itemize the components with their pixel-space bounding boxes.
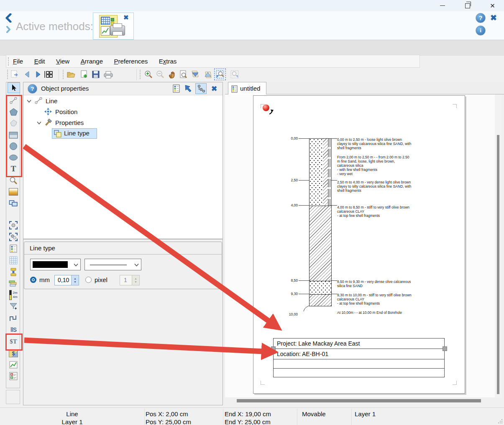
line-type-title: Line type <box>30 244 55 252</box>
new-window-button[interactable] <box>9 69 20 80</box>
menu-view[interactable]: View <box>56 58 69 65</box>
close-button[interactable]: ✕ <box>481 0 504 11</box>
resize-grip[interactable] <box>498 418 503 425</box>
select-object-tool[interactable] <box>8 220 19 230</box>
method-close-icon[interactable]: ✖ <box>123 14 129 21</box>
mm-spinner-buttons[interactable]: ▲ ▼ <box>71 275 79 285</box>
groundwater-tool[interactable] <box>8 301 19 311</box>
menu-extras[interactable]: Extras <box>159 58 177 65</box>
pick-object-button[interactable] <box>184 84 194 93</box>
vertical-scrollbar[interactable] <box>495 94 501 397</box>
line-node-icon <box>34 97 43 105</box>
select-objects-tool[interactable] <box>8 232 19 242</box>
line-style-chevron-icon <box>133 263 139 267</box>
active-methods-label: Active methods: <box>16 20 93 33</box>
layer-desc-5: 9,30 m to 10,00 m - stiff to very stiff … <box>337 293 412 305</box>
borehole-column[interactable] <box>309 138 332 306</box>
section-glyph: ‖S <box>10 326 16 333</box>
help-icon[interactable]: ? <box>476 13 486 23</box>
application-window: { "header": { "label": "Active methods:"… <box>0 0 504 425</box>
properties-list-button[interactable] <box>171 84 181 93</box>
toolbar-grip-3[interactable] <box>140 70 142 79</box>
grid-tool[interactable] <box>8 255 19 265</box>
panel-close-button[interactable]: ✖ <box>209 84 219 93</box>
scale-4m-label: 4m <box>13 295 17 299</box>
legend-tool[interactable] <box>8 244 19 254</box>
panel-help-icon[interactable]: ? <box>28 84 37 94</box>
line-color-dropdown[interactable] <box>30 259 81 270</box>
tree-node-properties[interactable]: Properties <box>55 119 84 126</box>
tree-properties-chevron[interactable] <box>36 120 42 126</box>
menu-preferences[interactable]: Preferences <box>114 58 148 65</box>
page-up-button[interactable] <box>202 69 213 80</box>
horizontal-scrollbar-thumb[interactable] <box>237 399 481 402</box>
selection-handle-left[interactable] <box>271 346 276 351</box>
zoom-page-button[interactable] <box>178 69 189 80</box>
annotation-box-text-table-tool <box>5 333 23 351</box>
pixel-radio[interactable] <box>85 277 92 283</box>
image-tool[interactable] <box>8 187 19 197</box>
select-tool[interactable] <box>8 82 20 93</box>
status-pos-y: Pos Y: 25,00 cm <box>146 418 191 425</box>
minimize-icon <box>440 5 445 6</box>
back-button[interactable] <box>22 69 33 80</box>
tab-untitled[interactable]: untitled <box>228 82 266 94</box>
layout-tool[interactable] <box>8 371 19 381</box>
depth-scale-tool[interactable]: 2m 4m <box>8 289 19 301</box>
back-chevron-icon[interactable] <box>4 13 13 23</box>
new-file-button[interactable] <box>79 69 90 80</box>
title-block-row-project[interactable]: Project: Lake Mackay Area East <box>274 338 444 349</box>
menu-edit[interactable]: Edit <box>34 58 45 65</box>
pan-hand-button[interactable] <box>166 69 177 80</box>
mm-radio[interactable] <box>30 277 36 283</box>
page-down-button[interactable] <box>190 69 201 80</box>
page[interactable]: 0,00 2,50 4,00 8,50 9,30 10,00 0,00 m to… <box>253 95 465 394</box>
layer-desc-1: From 2,00 m to 2,50 m - - from 2.00 m to… <box>337 155 412 176</box>
tree-line-type-highlight[interactable]: Line type <box>52 128 97 139</box>
title-block-row-4[interactable] <box>274 369 444 378</box>
toolbar-grip-2[interactable] <box>63 70 65 79</box>
object-tree-button[interactable] <box>195 83 207 94</box>
zoom-select-alt-button[interactable] <box>229 69 240 80</box>
close-icon: ✕ <box>490 2 495 10</box>
forward-chevron-icon[interactable] <box>5 25 12 33</box>
step-graph-tool[interactable] <box>8 313 19 323</box>
menu-file[interactable]: File <box>13 58 23 65</box>
title-block-table[interactable]: Project: Lake Mackay Area East Location:… <box>273 338 445 377</box>
print-button[interactable] <box>103 69 114 80</box>
tree-line-chevron[interactable] <box>26 98 32 104</box>
layers-tool[interactable] <box>8 278 19 288</box>
menubar-grip[interactable] <box>8 57 10 66</box>
open-file-button[interactable] <box>66 69 77 80</box>
clamp-tool[interactable] <box>8 267 19 277</box>
title-block-row-location[interactable]: Location: AE-BH-01 <box>274 349 444 359</box>
selection-handle-right[interactable] <box>443 346 447 351</box>
depth-label-3: 8,50 <box>282 278 298 282</box>
frames-tool[interactable] <box>8 198 19 208</box>
info-icon[interactable]: i <box>476 25 486 36</box>
tab-document-icon <box>231 85 238 93</box>
line-type-groupbox: Line type mm 0,10 ▲ ▼ pixel 1 ▲ ▼ <box>24 242 222 289</box>
drawing-viewport[interactable]: 0,00 2,50 4,00 8,50 9,30 10,00 0,00 m to… <box>225 94 495 397</box>
layer-desc-6: At 10,00m - - at 10.00 m End of Borehole <box>337 310 412 315</box>
zoom-select-button[interactable] <box>214 69 226 80</box>
mm-width-spinner[interactable]: 0,10 ▲ ▼ <box>54 275 79 285</box>
chart-tool[interactable] <box>8 360 19 370</box>
minimize-button[interactable] <box>431 0 454 11</box>
forward-button[interactable] <box>33 69 43 80</box>
active-method-box[interactable]: ✖ <box>93 13 134 40</box>
zoom-in-button[interactable] <box>143 69 154 80</box>
menu-arrange[interactable]: Arrange <box>81 58 103 65</box>
title-block-row-3[interactable] <box>274 359 444 369</box>
tile-windows-button[interactable] <box>43 69 54 80</box>
horizontal-scrollbar[interactable] <box>225 397 504 404</box>
restore-button[interactable] <box>456 0 479 11</box>
tree-node-line[interactable]: Line <box>46 97 57 104</box>
pixel-width-spinner[interactable]: 1 ▲ ▼ <box>120 275 140 285</box>
vertical-scrollbar-thumb[interactable] <box>497 135 499 394</box>
tree-node-position[interactable]: Position <box>55 108 77 115</box>
line-style-dropdown[interactable] <box>84 259 141 270</box>
save-button[interactable] <box>90 69 101 80</box>
header-close-icon[interactable]: ✖ <box>490 13 497 23</box>
zoom-out-button[interactable] <box>155 69 166 80</box>
